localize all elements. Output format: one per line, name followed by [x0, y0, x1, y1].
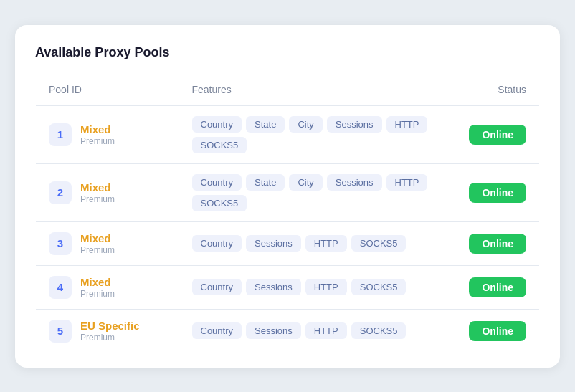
- pool-name: Mixed: [80, 123, 115, 135]
- feature-badge: Sessions: [246, 235, 301, 252]
- status-cell: Online: [454, 309, 540, 353]
- feature-badge: City: [289, 174, 322, 191]
- feature-badge: SOCKS5: [351, 235, 407, 252]
- pool-tier: Premium: [80, 245, 115, 255]
- pool-number: 2: [49, 181, 72, 204]
- card-title: Available Proxy Pools: [35, 45, 540, 60]
- status-badge: Online: [469, 277, 526, 297]
- feature-badge: HTTP: [305, 235, 347, 252]
- table-row: 3 Mixed Premium CountrySessionsHTTPSOCKS…: [36, 221, 540, 265]
- table-row: 2 Mixed Premium CountryStateCitySessions…: [36, 163, 540, 221]
- pool-id-cell: 3 Mixed Premium: [36, 221, 179, 265]
- feature-badge: HTTP: [386, 174, 428, 191]
- pool-number: 3: [49, 232, 72, 255]
- features-cell: CountrySessionsHTTPSOCKS5: [179, 309, 454, 353]
- feature-badge: HTTP: [305, 322, 347, 339]
- feature-badge: SOCKS5: [192, 137, 247, 153]
- pool-name: Mixed: [80, 181, 115, 193]
- status-cell: Online: [454, 265, 540, 309]
- status-badge: Online: [469, 321, 526, 341]
- status-badge: Online: [469, 234, 526, 254]
- pool-id-cell: 1 Mixed Premium: [36, 105, 179, 163]
- table-row: 1 Mixed Premium CountryStateCitySessions…: [36, 105, 540, 163]
- feature-badge: Country: [192, 279, 242, 295]
- features-cell: CountryStateCitySessionsHTTPSOCKS5: [179, 163, 454, 221]
- feature-badge: State: [246, 174, 285, 191]
- pool-name: EU Specific: [80, 320, 140, 332]
- proxy-pools-table: Pool ID Features Status 1 Mixed Premium …: [35, 73, 540, 353]
- pool-number: 4: [49, 276, 72, 299]
- feature-badge: Country: [192, 322, 242, 339]
- feature-badge: City: [289, 116, 322, 133]
- feature-badge: Sessions: [246, 279, 301, 295]
- feature-badge: SOCKS5: [351, 279, 407, 295]
- table-row: 5 EU Specific Premium CountrySessionsHTT…: [36, 309, 540, 353]
- features-cell: CountrySessionsHTTPSOCKS5: [179, 221, 454, 265]
- features-cell: CountrySessionsHTTPSOCKS5: [179, 265, 454, 309]
- features-cell: CountryStateCitySessionsHTTPSOCKS5: [179, 105, 454, 163]
- feature-badge: HTTP: [386, 116, 428, 133]
- pool-id-cell: 4 Mixed Premium: [36, 265, 179, 309]
- status-badge: Online: [469, 183, 526, 203]
- status-cell: Online: [454, 163, 540, 221]
- pool-tier: Premium: [80, 289, 115, 299]
- pool-number: 5: [49, 320, 72, 343]
- pool-id-cell: 5 EU Specific Premium: [36, 309, 179, 353]
- pool-tier: Premium: [80, 194, 115, 204]
- status-cell: Online: [454, 105, 540, 163]
- feature-badge: State: [246, 116, 285, 133]
- feature-badge: Sessions: [246, 322, 301, 339]
- feature-badge: Country: [192, 174, 242, 191]
- pool-name: Mixed: [80, 276, 115, 288]
- feature-badge: Sessions: [327, 174, 382, 191]
- feature-badge: SOCKS5: [192, 195, 247, 211]
- feature-badge: Sessions: [327, 116, 382, 133]
- col-header-status: Status: [454, 73, 540, 105]
- pool-tier: Premium: [80, 333, 140, 343]
- col-header-pool-id: Pool ID: [36, 73, 179, 105]
- pool-id-cell: 2 Mixed Premium: [36, 163, 179, 221]
- pool-number: 1: [49, 123, 72, 146]
- pool-name: Mixed: [80, 232, 115, 244]
- feature-badge: Country: [192, 235, 242, 252]
- pool-tier: Premium: [80, 136, 115, 146]
- feature-badge: SOCKS5: [351, 322, 407, 339]
- feature-badge: HTTP: [305, 279, 347, 295]
- proxy-pools-card: Available Proxy Pools Pool ID Features S…: [15, 25, 560, 368]
- status-cell: Online: [454, 221, 540, 265]
- feature-badge: Country: [192, 116, 242, 133]
- status-badge: Online: [469, 125, 526, 145]
- col-header-features: Features: [179, 73, 454, 105]
- table-row: 4 Mixed Premium CountrySessionsHTTPSOCKS…: [36, 265, 540, 309]
